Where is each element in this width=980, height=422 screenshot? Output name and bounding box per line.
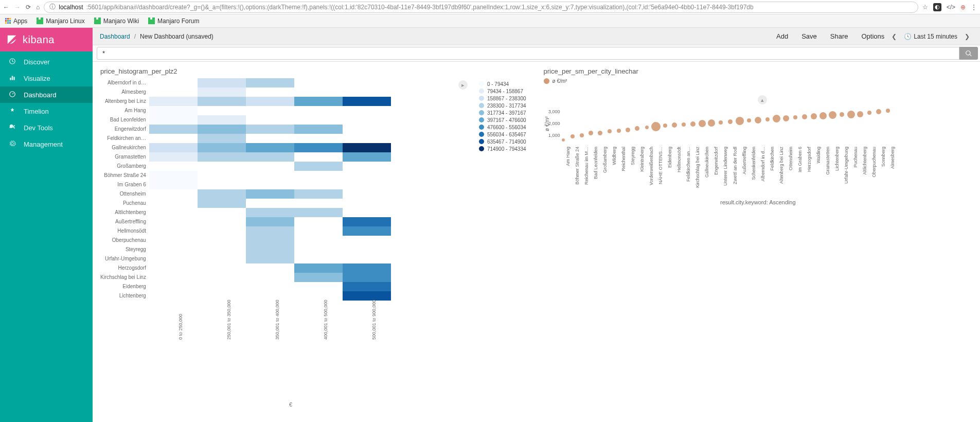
legend-item[interactable]: 0 - 79434	[479, 80, 526, 87]
heatmap-cell[interactable]	[294, 143, 343, 152]
heatmap-cell[interactable]	[343, 115, 391, 125]
heatmap-cell[interactable]	[294, 208, 343, 217]
heatmap-cell[interactable]	[149, 226, 198, 236]
heatmap-cell[interactable]	[149, 217, 198, 226]
bookmark-manjaro-wiki[interactable]: Manjaro Wiki	[94, 17, 139, 25]
heatmap-cell[interactable]	[294, 291, 343, 301]
bubble-point[interactable]	[682, 122, 686, 127]
bubble-point[interactable]	[699, 120, 706, 127]
heatmap-cell[interactable]	[343, 171, 391, 180]
action-save[interactable]: Save	[801, 32, 817, 40]
heatmap-cell[interactable]	[343, 125, 391, 134]
breadcrumb-root[interactable]: Dashboard	[100, 33, 130, 40]
legend-item[interactable]: 714900 - 794334	[479, 145, 526, 152]
heatmap-cell[interactable]	[149, 162, 198, 171]
heatmap-cell[interactable]	[294, 189, 343, 199]
bubble-point[interactable]	[645, 126, 649, 129]
bubble-point[interactable]	[608, 129, 612, 133]
bubble-point[interactable]	[829, 111, 836, 119]
extension-icon[interactable]: ◐	[933, 3, 941, 11]
heatmap-cell[interactable]	[343, 162, 391, 171]
bubble-point[interactable]	[719, 120, 723, 125]
heatmap-cell[interactable]	[198, 152, 246, 162]
heatmap-cell[interactable]	[294, 263, 343, 273]
nav-reload-icon[interactable]: ⟳	[26, 4, 31, 11]
heatmap-cell[interactable]	[294, 273, 343, 282]
heatmap-cell[interactable]	[246, 245, 294, 254]
bubble-point[interactable]	[708, 119, 715, 127]
bubble-point[interactable]	[857, 111, 863, 117]
heatmap-cell[interactable]	[343, 97, 391, 106]
heatmap-cell[interactable]	[246, 282, 294, 291]
legend-item[interactable]: 397167 - 476600	[479, 116, 526, 124]
bubble-point[interactable]	[635, 126, 639, 131]
bubble-point[interactable]	[589, 131, 593, 135]
heatmap-cell[interactable]	[246, 115, 294, 125]
bubble-point[interactable]	[672, 122, 677, 128]
heatmap-cell[interactable]	[198, 282, 246, 291]
heatmap-cell[interactable]	[343, 134, 391, 143]
heatmap-cell[interactable]	[343, 189, 391, 199]
heatmap-cell[interactable]	[294, 282, 343, 291]
sidebar-item-timelion[interactable]: Timelion	[0, 103, 93, 119]
sidebar-item-devtools[interactable]: Dev Tools	[0, 119, 93, 136]
bubble-point[interactable]	[867, 111, 871, 115]
heatmap-cell[interactable]	[149, 291, 198, 301]
bubble-point[interactable]	[840, 112, 844, 117]
bubble-point[interactable]	[793, 115, 797, 119]
sidebar-item-management[interactable]: Management	[0, 136, 93, 152]
bookmark-apps[interactable]: Apps	[5, 17, 27, 25]
query-submit-button[interactable]	[959, 47, 978, 60]
bubble-point[interactable]	[736, 117, 744, 125]
heatmap-cell[interactable]	[246, 97, 294, 106]
bubble-point[interactable]	[562, 138, 565, 142]
bubble-point[interactable]	[598, 131, 602, 135]
heatmap-cell[interactable]	[149, 273, 198, 282]
heatmap-cell[interactable]	[149, 254, 198, 263]
heatmap-cell[interactable]	[294, 226, 343, 236]
heatmap-cell[interactable]	[294, 180, 343, 189]
time-next-icon[interactable]: ❯	[961, 33, 973, 40]
heatmap-cell[interactable]	[246, 254, 294, 263]
heatmap-cell[interactable]	[246, 263, 294, 273]
heatmap-cell[interactable]	[343, 143, 391, 152]
heatmap-cell[interactable]	[246, 143, 294, 152]
heatmap-cell[interactable]	[343, 208, 391, 217]
heatmap-cell[interactable]	[294, 245, 343, 254]
heatmap-cell[interactable]	[294, 217, 343, 226]
bubble-point[interactable]	[690, 121, 696, 127]
bubble-point[interactable]	[886, 109, 890, 113]
heatmap-cell[interactable]	[198, 143, 246, 152]
heatmap-cell[interactable]	[149, 263, 198, 273]
heatmap-cell[interactable]	[246, 273, 294, 282]
heatmap-cell[interactable]	[294, 125, 343, 134]
heatmap-cell[interactable]	[198, 162, 246, 171]
heatmap-cell[interactable]	[198, 106, 246, 115]
heatmap-cell[interactable]	[198, 125, 246, 134]
heatmap-cell[interactable]	[198, 236, 246, 245]
heatmap-cell[interactable]	[149, 180, 198, 189]
heatmap-cell[interactable]	[246, 162, 294, 171]
heatmap-grid[interactable]	[149, 78, 391, 301]
heatmap-cell[interactable]	[149, 134, 198, 143]
bubble-point[interactable]	[747, 118, 751, 122]
heatmap-cell[interactable]	[343, 152, 391, 162]
heatmap-cell[interactable]	[149, 87, 198, 97]
heatmap-cell[interactable]	[294, 78, 343, 87]
bubble-point[interactable]	[626, 128, 630, 132]
heatmap-cell[interactable]	[198, 208, 246, 217]
legend-item[interactable]: 238300 - 317734	[479, 102, 526, 109]
heatmap-cell[interactable]	[294, 115, 343, 125]
bubble-point[interactable]	[876, 109, 881, 114]
heatmap-cell[interactable]	[343, 282, 391, 291]
heatmap-cell[interactable]	[198, 115, 246, 125]
legend-item[interactable]: 158867 - 238300	[479, 95, 526, 102]
heatmap-cell[interactable]	[246, 208, 294, 217]
legend-item[interactable]: 476600 - 556034	[479, 124, 526, 131]
bubble-point[interactable]	[811, 113, 817, 119]
heatmap-cell[interactable]	[149, 152, 198, 162]
nav-forward-icon[interactable]: →	[14, 4, 21, 11]
sidebar-item-visualize[interactable]: Visualize	[0, 70, 93, 86]
heatmap-cell[interactable]	[149, 115, 198, 125]
heatmap-cell[interactable]	[198, 245, 246, 254]
